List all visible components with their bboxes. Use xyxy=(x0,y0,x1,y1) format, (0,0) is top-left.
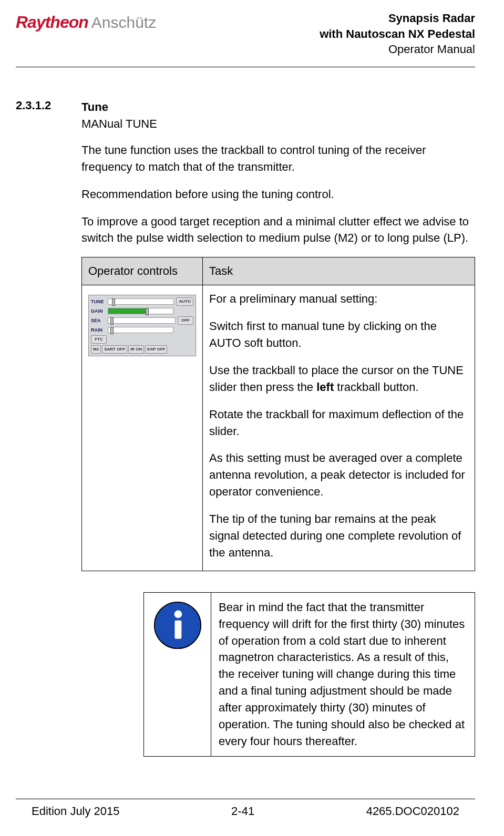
note-icon-cell xyxy=(144,592,211,756)
footer-page-number: 2-41 xyxy=(231,804,254,818)
doc-title-3: Operator Manual xyxy=(320,42,475,57)
rain-slider[interactable] xyxy=(108,327,173,333)
table-header-controls: Operator controls xyxy=(82,257,203,285)
sea-slider[interactable] xyxy=(108,317,176,324)
svg-point-3 xyxy=(174,610,182,618)
operator-table: Operator controls Task TUNE AUTO GAIN xyxy=(81,257,475,571)
logo-group: Raytheon Anschütz xyxy=(16,11,156,32)
note-wrapper: Bear in mind the fact that the transmitt… xyxy=(143,592,475,757)
page-header: Raytheon Anschütz Synapsis Radar with Na… xyxy=(16,11,475,67)
task-text: The tip of the tuning bar remains at the… xyxy=(209,511,468,561)
mandatory-info-icon xyxy=(153,601,202,649)
logo-anschutz: Anschütz xyxy=(91,14,156,32)
paragraph: To improve a good target reception and a… xyxy=(81,213,475,247)
footer-rule xyxy=(16,799,475,799)
task-cell: For a preliminary manual setting: Switch… xyxy=(203,285,475,571)
note-text: Bear in mind the fact that the transmitt… xyxy=(211,592,475,756)
gain-slider[interactable] xyxy=(108,308,173,314)
sart-button[interactable]: SART OFF xyxy=(102,345,127,354)
paragraph: The tune function uses the trackball to … xyxy=(81,142,475,176)
auto-button[interactable]: AUTO xyxy=(176,297,193,306)
task-text: Rotate the trackball for maximum deflect… xyxy=(209,406,468,440)
section-body: Tune MANual TUNE The tune function uses … xyxy=(81,99,475,757)
footer-edition: Edition July 2015 xyxy=(32,804,120,818)
table-header-task: Task xyxy=(203,257,475,285)
panel-label-rain: RAIN xyxy=(91,327,108,334)
doc-title-2: with Nautoscan NX Pedestal xyxy=(320,26,475,42)
tune-slider[interactable] xyxy=(108,298,174,305)
header-titles: Synapsis Radar with Nautoscan NX Pedesta… xyxy=(320,11,475,57)
panel-label-gain: GAIN xyxy=(91,308,108,315)
tune-control-panel: TUNE AUTO GAIN SEA OFF xyxy=(88,295,196,356)
exp-button[interactable]: EXP OFF xyxy=(145,345,167,354)
section-subtitle: MANual TUNE xyxy=(81,116,475,132)
task-text: For a preliminary manual setting: xyxy=(209,291,468,307)
section-title: Tune xyxy=(81,99,475,116)
task-text: Switch first to manual tune by clicking … xyxy=(209,318,468,352)
doc-title-1: Synapsis Radar xyxy=(320,11,475,26)
note-table: Bear in mind the fact that the transmitt… xyxy=(143,592,475,757)
header-rule xyxy=(16,67,475,67)
footer-doc-id: 4265.DOC020102 xyxy=(366,804,459,818)
ir-button[interactable]: IR ON xyxy=(128,345,144,354)
section-heading-row: 2.3.1.2 Tune MANual TUNE The tune functi… xyxy=(16,99,475,757)
task-text: As this setting must be averaged over a … xyxy=(209,450,468,500)
paragraph: Recommendation before using the tuning c… xyxy=(81,186,475,203)
m2-button[interactable]: M2 xyxy=(91,345,101,354)
ftc-button[interactable]: FTC xyxy=(91,335,107,344)
panel-label-sea: SEA xyxy=(91,317,108,324)
section-number: 2.3.1.2 xyxy=(16,99,58,757)
logo-raytheon: Raytheon xyxy=(16,13,88,32)
panel-label-tune: TUNE xyxy=(91,298,108,305)
svg-rect-2 xyxy=(174,621,181,639)
off-button[interactable]: OFF xyxy=(178,316,193,325)
page-footer: Edition July 2015 2-41 4265.DOC020102 xyxy=(16,799,475,818)
task-text: Use the trackball to place the cursor on… xyxy=(209,362,468,396)
operator-controls-cell: TUNE AUTO GAIN SEA OFF xyxy=(82,285,203,571)
